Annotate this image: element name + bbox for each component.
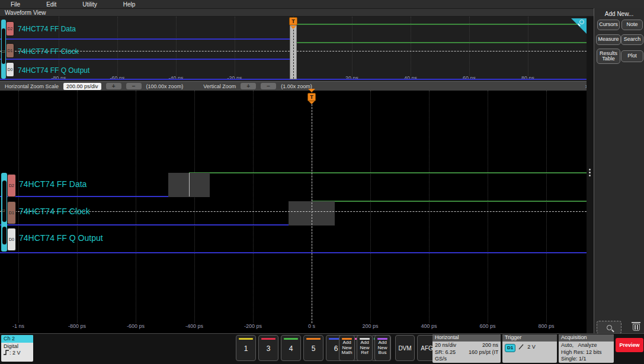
horizontal-badge[interactable]: Horizontal 20 ns/div200 nsSR: 6.25 GS/s1… <box>432 334 501 363</box>
digital-channel-3-button[interactable]: 3 <box>258 335 278 361</box>
overview-gridline <box>528 17 528 76</box>
wave-rail-low <box>0 59 293 60</box>
trigger-source-marker: C2 <box>1 209 5 212</box>
digital-group-handle-pill <box>2 181 7 222</box>
channel-badge-d1[interactable]: D1 <box>6 43 14 58</box>
digital-channel-5-button[interactable]: 5 <box>303 335 323 361</box>
overview-gridline <box>235 17 235 76</box>
main-zoom-waveform-plot[interactable]: -1 ns-800 ps-600 ps-400 ps-200 ps0 s200 … <box>0 91 587 333</box>
v-zoom-minus-button[interactable]: − <box>261 83 276 89</box>
channel-color-stripe <box>306 338 321 340</box>
channel-name-d1[interactable]: 74HCT74 FF Clock <box>18 47 79 56</box>
trigger-source-badge: D1 <box>505 344 515 352</box>
preview-button[interactable]: Preview <box>616 338 643 352</box>
horizontal-value-left: SR: 6.25 GS/s <box>435 349 469 363</box>
horizontal-value-right: 200 ns <box>482 342 498 349</box>
main-axis-tick: 200 ps <box>362 323 378 329</box>
overview-axis-tick: 40 ns <box>404 75 417 81</box>
wave-rail-low <box>0 196 189 197</box>
waveform-view-tab[interactable]: Waveform View <box>0 8 644 17</box>
main-axis-tick: 400 ps <box>421 323 437 329</box>
wave-rail-high <box>293 42 587 43</box>
dvm-button[interactable]: DVM <box>395 335 415 361</box>
overview-axis-tick: -80 ns <box>51 75 66 81</box>
digital-channel-4-button[interactable]: 4 <box>281 335 301 361</box>
channel-2-name: Ch 2 <box>1 335 33 343</box>
main-axis-tick: -1 ns <box>12 323 24 329</box>
overview-gridline <box>176 17 177 76</box>
acquisition-badge[interactable]: Acquisition Auto, AnalyzeHigh Res: 12 bi… <box>559 334 614 363</box>
add-new-cursors-button[interactable]: Cursors <box>597 20 620 30</box>
trash-button[interactable] <box>629 320 644 334</box>
channel-2-badge[interactable]: Ch 2 Digital : 2 V <box>1 335 33 362</box>
overview-axis-tick: 60 ns <box>463 75 476 81</box>
waveform-view-label: Waveform View <box>5 9 46 16</box>
channel-2-info: Digital : 2 V <box>1 343 33 357</box>
channel-name-d2[interactable]: 74HCT74 FF Data <box>19 179 86 189</box>
channel-badge-d2[interactable]: D2 <box>7 174 16 197</box>
h-zoom-plus-button[interactable]: + <box>106 83 121 89</box>
add-new-math-button[interactable]: Add New Math <box>339 335 355 361</box>
channel-name-d2[interactable]: 74HCT74 FF Data <box>18 25 76 33</box>
overview-gridline <box>117 17 118 76</box>
add-new-bus-button[interactable]: Add New Bus <box>374 335 390 361</box>
horizontal-value-right: 50% <box>482 363 498 363</box>
overview-waveform-plot[interactable]: -80 ns-60 ns-40 ns-20 ns20 ns40 ns60 ns8… <box>0 17 587 81</box>
panel-splitter[interactable] <box>587 17 594 333</box>
channel-badge-d0[interactable]: D0 <box>7 228 16 251</box>
main-gridline <box>370 91 371 323</box>
trigger-position-marker[interactable]: T <box>307 93 316 101</box>
acquisition-row: Single: 1/1 <box>559 356 614 363</box>
drag-handle-icon[interactable] <box>589 169 591 170</box>
channel-badge-d1[interactable]: D1 <box>7 201 16 224</box>
menu-help[interactable]: Help <box>123 1 136 8</box>
channel-color-stripe <box>284 338 298 340</box>
main-gridline <box>253 91 254 323</box>
add-color-stripe <box>377 338 387 340</box>
overview-gridline <box>411 17 411 76</box>
overview-axis-tick: -40 ns <box>168 75 183 81</box>
digital-group-handle-pill <box>2 227 7 244</box>
main-gridline <box>136 91 136 323</box>
channel-badge-d2[interactable]: D2 <box>6 21 14 36</box>
add-new-note-button[interactable]: Note <box>621 20 643 30</box>
horizontal-value-left: RL: 1.25 kpts <box>435 363 466 363</box>
add-new-results-table-button[interactable]: Results Table <box>597 49 620 64</box>
wave-rail-high <box>189 172 587 173</box>
trigger-position-marker[interactable]: T <box>289 17 297 25</box>
wave-rail-low <box>0 224 312 226</box>
main-gridline <box>429 91 430 323</box>
h-zoom-minus-button[interactable]: − <box>126 83 142 89</box>
h-zoom-scale-value[interactable]: 200.00 ps/div <box>63 83 101 90</box>
add-new-plot-button[interactable]: Plot <box>621 50 643 62</box>
channel-name-d0[interactable]: 74HCT74 FF Q Output <box>18 66 89 75</box>
main-axis-tick: -200 ps <box>244 323 262 329</box>
v-zoom-factor-label: (1.00x zoom) <box>281 83 312 89</box>
menu-utility[interactable]: Utility <box>82 1 97 8</box>
channel-name-d0[interactable]: 74HCT74 FF Q Output <box>19 233 103 243</box>
digital-channel-1-button[interactable]: 1 <box>236 335 256 361</box>
main-axis-tick: 0 s <box>308 323 315 329</box>
overview-axis-tick: -60 ns <box>110 75 124 81</box>
channel-badge-d0[interactable]: D0 <box>6 62 14 77</box>
add-new-ref-button[interactable]: Add New Ref <box>357 335 373 361</box>
drag-handle-icon[interactable] <box>589 175 591 176</box>
add-new-search-button[interactable]: Search <box>621 34 643 45</box>
add-color-stripe <box>360 338 370 340</box>
overview-axis-tick: 20 ns <box>345 75 358 81</box>
trigger-position-pointer <box>308 89 315 92</box>
trigger-title: Trigger <box>502 334 557 342</box>
horizontal-value-left: 20 ns/div <box>435 342 456 349</box>
drag-handle-icon[interactable] <box>589 172 591 173</box>
zoom-overview-indicator[interactable] <box>571 18 587 34</box>
add-new-measure-button[interactable]: Measure <box>596 34 621 45</box>
v-zoom-plus-button[interactable]: + <box>241 83 256 89</box>
menu-bar: FileEditUtilityHelp <box>0 0 644 8</box>
channel-name-d1[interactable]: 74HCT74 FF Clock <box>19 207 90 216</box>
overview-gridline <box>469 17 470 76</box>
zoom-tool-button[interactable] <box>597 321 621 334</box>
menu-file[interactable]: File <box>11 1 20 8</box>
trigger-badge[interactable]: Trigger D1 2 V <box>502 334 557 363</box>
menu-edit[interactable]: Edit <box>46 1 56 8</box>
horizontal-row: 20 ns/div200 ns <box>432 342 501 349</box>
